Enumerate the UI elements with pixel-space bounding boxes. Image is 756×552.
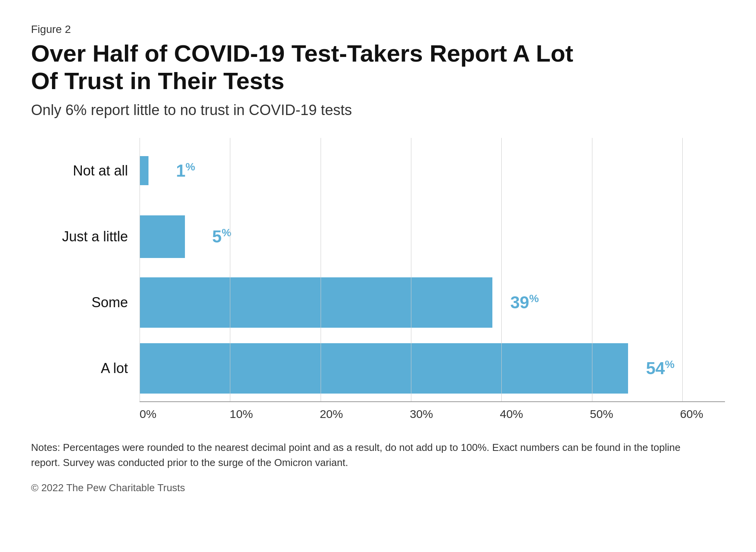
bar-value-label: 39% bbox=[510, 292, 539, 312]
bar-fill: 5% bbox=[140, 215, 185, 258]
x-axis-tick: 10% bbox=[230, 408, 319, 421]
bar-fill: 39% bbox=[140, 277, 492, 328]
x-axis-tick: 30% bbox=[410, 408, 500, 421]
bar-row: Just a little5% bbox=[31, 204, 725, 270]
notes-text: Notes: Percentages were rounded to the n… bbox=[31, 440, 690, 470]
bar-container: 5% bbox=[140, 204, 725, 270]
x-axis-tick: 40% bbox=[500, 408, 590, 421]
x-axis-tick: 20% bbox=[320, 408, 410, 421]
bar-label: Some bbox=[31, 294, 140, 311]
figure-label: Figure 2 bbox=[31, 23, 725, 36]
bar-row: Some39% bbox=[31, 270, 725, 335]
x-axis-tick: 0% bbox=[140, 408, 230, 421]
bar-row: Not at all1% bbox=[31, 138, 725, 204]
chart-area: Not at all1%Just a little5%Some39%A lot5… bbox=[31, 138, 725, 421]
x-axis-tick: 60% bbox=[680, 408, 725, 421]
bar-value-label: 1% bbox=[176, 161, 195, 181]
bar-fill: 1% bbox=[140, 156, 148, 185]
x-axis-tick: 50% bbox=[590, 408, 680, 421]
bar-label: A lot bbox=[31, 360, 140, 377]
bar-container: 54% bbox=[140, 335, 725, 401]
bar-container: 39% bbox=[140, 270, 725, 335]
copyright-text: © 2022 The Pew Charitable Trusts bbox=[31, 482, 725, 494]
chart-title: Over Half of COVID-19 Test-Takers Report… bbox=[31, 40, 574, 95]
bar-fill: 54% bbox=[140, 343, 628, 394]
bar-label: Not at all bbox=[31, 163, 140, 179]
bar-value-label: 5% bbox=[212, 227, 231, 246]
bar-container: 1% bbox=[140, 138, 725, 204]
bar-row: A lot54% bbox=[31, 335, 725, 401]
chart-subtitle: Only 6% report little to no trust in COV… bbox=[31, 102, 725, 119]
bar-label: Just a little bbox=[31, 229, 140, 245]
bar-value-label: 54% bbox=[646, 358, 675, 378]
